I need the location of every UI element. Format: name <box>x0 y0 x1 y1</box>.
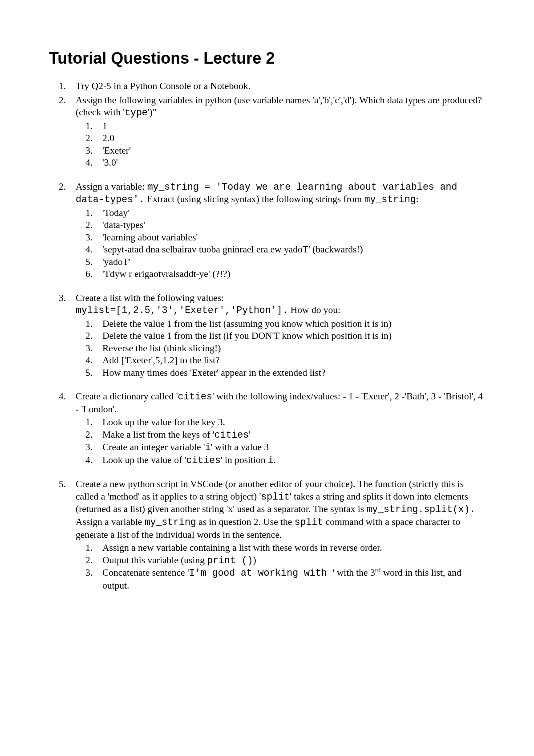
list-number: 3. <box>85 441 93 454</box>
question-2b: 2. Assign a variable: my_string = 'Today… <box>49 181 485 280</box>
item-text: 2.0 <box>102 133 114 143</box>
list-number: 1. <box>85 416 93 429</box>
list-item: 6. 'Tdyw r erigaotvralsaddt-ye' (?!?) <box>76 268 485 280</box>
ordinal-superscript: rd <box>375 566 381 573</box>
question-text: as in question 2. Use the <box>196 516 295 527</box>
item-text: Look up the value for the key 3. <box>102 417 225 427</box>
list-number: 2. <box>85 330 93 342</box>
sub-list: 1.Delete the value 1 from the list (assu… <box>76 318 485 379</box>
list-item: 1.1 <box>76 120 485 133</box>
list-number: 2. <box>85 132 93 145</box>
code-inline: my_string <box>145 517 196 528</box>
code-inline: cities <box>186 455 220 466</box>
list-item: 2.2.0 <box>76 132 485 145</box>
item-text: 'yadoT' <box>102 256 130 267</box>
sub-list: 1.Assign a new variable containing a lis… <box>76 542 485 592</box>
list-item: 1.Assign a new variable containing a lis… <box>76 542 485 554</box>
list-item: 2.Output this variable (using print ()) <box>76 554 485 567</box>
list-item: 1.'Today' <box>76 207 485 219</box>
item-text: Output this variable (using <box>102 555 207 565</box>
item-text: Add ['Exeter',5,1.2] to the list? <box>102 355 220 366</box>
code-inline: print () <box>207 555 253 566</box>
list-item: 1.Delete the value 1 from the list (assu… <box>76 318 485 330</box>
list-number: 5. <box>85 367 93 379</box>
list-number: 1. <box>85 542 93 554</box>
question-text: : <box>416 194 419 204</box>
item-text: How many times does 'Exeter' appear in t… <box>102 367 326 378</box>
item-text: Delete the value 1 from the list (if you… <box>102 330 392 341</box>
item-text: Look up the value of ' <box>102 455 186 465</box>
list-number: 2. <box>59 181 66 193</box>
code-inline: mylist=[1,2.5,'3','Exeter','Python']. <box>76 305 288 316</box>
item-text: Assign a new variable containing a list … <box>102 542 382 553</box>
list-number: 4. <box>85 354 93 367</box>
sub-list: 1.Look up the value for the key 3. 2.Mak… <box>76 416 485 467</box>
list-item: 3.Concatenate sentence 'I'm good at work… <box>76 567 485 592</box>
item-text: Create an integer variable ' <box>102 442 205 452</box>
item-text: ' <box>249 429 251 440</box>
list-item: 4.'3.0' <box>76 157 485 169</box>
list-item: 3.Create an integer variable 'i' with a … <box>76 441 485 454</box>
list-item: 3.'learning about variables' <box>76 232 485 244</box>
list-number: 2. <box>85 429 93 441</box>
item-text: 'learning about variables' <box>102 232 198 243</box>
code-inline: i <box>205 442 211 453</box>
list-number: 4. <box>85 157 93 169</box>
question-5: 5. Create a new python script in VSCode … <box>49 478 485 592</box>
document-page: Tutorial Questions - Lecture 2 1. Try Q2… <box>0 0 534 592</box>
code-inline: my_string.split(x). <box>366 504 475 515</box>
item-text: . <box>274 455 276 465</box>
list-number: 3. <box>59 292 66 305</box>
list-number: 1. <box>85 318 93 330</box>
question-text: How do you: <box>288 305 340 315</box>
code-inline: split <box>295 517 324 528</box>
code-inline: cities <box>178 391 212 402</box>
list-number: 3. <box>85 232 93 244</box>
list-number: 2. <box>59 94 66 107</box>
code-inline: my_string <box>364 194 416 205</box>
list-number: 4. <box>85 244 93 256</box>
list-number: 2. <box>85 554 93 567</box>
item-text: 'Exeter' <box>102 145 131 156</box>
list-item: 2.Delete the value 1 from the list (if y… <box>76 330 485 342</box>
question-text: Extract (using slicing syntax) the follo… <box>145 194 364 204</box>
sub-list: 1.'Today' 2.'data-types' 3.'learning abo… <box>76 207 485 280</box>
list-item: 4.Add ['Exeter',5,1.2] to the list? <box>76 354 485 367</box>
question-text: Create a dictionary called ' <box>76 391 178 402</box>
item-text: 'sepyt-atad dna selbairav tuoba gninrael… <box>102 244 363 255</box>
list-number: 4. <box>85 454 93 467</box>
list-number: 3. <box>85 567 93 579</box>
list-number: 1. <box>85 207 93 219</box>
item-text: Make a list from the keys of ' <box>102 429 214 440</box>
question-3: 3. Create a list with the following valu… <box>49 292 485 379</box>
list-number: 5. <box>59 478 66 491</box>
code-inline: cities <box>214 430 249 440</box>
list-number: 1. <box>85 120 93 133</box>
item-text: 'Tdyw r erigaotvralsaddt-ye' (?!?) <box>102 268 231 279</box>
item-text: Concatenate sentence ' <box>102 567 189 578</box>
question-4: 4. Create a dictionary called 'cities' w… <box>49 390 485 467</box>
list-item: 4.Look up the value of 'cities' in posit… <box>76 454 485 467</box>
list-number: 5. <box>85 256 93 268</box>
item-text: ' with a value 3 <box>211 442 269 452</box>
code-inline: type <box>125 107 148 118</box>
item-text: ) <box>253 555 256 565</box>
list-item: 3.Reverse the list (think slicing!) <box>76 342 485 355</box>
question-2a: 2. Assign the following variables in pyt… <box>49 94 485 169</box>
question-text: Try Q2-5 in a Python Console or a Notebo… <box>76 81 251 91</box>
item-text: 'data-types' <box>102 219 145 230</box>
list-item: 2.Make a list from the keys of 'cities' <box>76 429 485 442</box>
item-text: 1 <box>102 121 107 131</box>
page-title: Tutorial Questions - Lecture 2 <box>49 49 485 68</box>
question-list: 1. Try Q2-5 in a Python Console or a Not… <box>49 80 485 592</box>
list-number: 3. <box>85 145 93 157</box>
item-text: '3.0' <box>102 157 118 168</box>
code-inline: split <box>261 492 290 502</box>
question-text: Assign a variable: <box>76 181 147 192</box>
question-1: 1. Try Q2-5 in a Python Console or a Not… <box>49 80 485 93</box>
code-inline: i <box>268 455 274 466</box>
list-item: 4.'sepyt-atad dna selbairav tuoba gninra… <box>76 244 485 256</box>
list-item: 1.Look up the value for the key 3. <box>76 416 485 429</box>
list-item: 2.'data-types' <box>76 219 485 232</box>
list-item: 3.'Exeter' <box>76 145 485 157</box>
